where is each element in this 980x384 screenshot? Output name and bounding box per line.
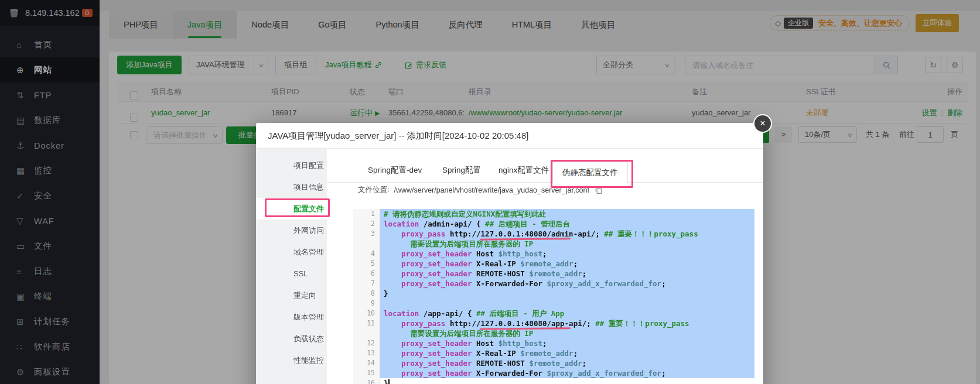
code-line-content: proxy_set_header X-Real-IP $remote_addr; bbox=[380, 348, 754, 358]
code-line: 6 proxy_set_header REMOTE-HOST $remote_a… bbox=[353, 269, 754, 279]
code-line: 9 bbox=[353, 299, 754, 308]
code-line-content bbox=[380, 299, 754, 308]
file-location-label: 文件位置: bbox=[358, 185, 389, 195]
modal-menu-project-info[interactable]: 项目信息 bbox=[256, 176, 327, 198]
line-number: 12 bbox=[353, 338, 380, 348]
file-location-path: /www/server/panel/vhost/rewrite/java_yud… bbox=[394, 186, 589, 194]
line-number: 3 bbox=[353, 229, 380, 239]
line-number: 16 bbox=[353, 378, 380, 384]
modal-tab-rewrite-conf[interactable]: 伪静态配置文件 bbox=[552, 162, 628, 183]
code-line: 16} bbox=[353, 378, 754, 384]
code-line-content: proxy_set_header REMOTE-HOST $remote_add… bbox=[380, 269, 754, 279]
modal-tab-spring-dev[interactable]: Spring配置-dev bbox=[368, 158, 422, 183]
code-line: 8} bbox=[353, 289, 754, 299]
line-number: 11 bbox=[353, 318, 380, 328]
line-number: 1 bbox=[353, 209, 380, 219]
line-number: 6 bbox=[353, 269, 380, 279]
modal-title: JAVA项目管理[yudao_server_jar] -- 添加时间[2024-… bbox=[256, 123, 763, 149]
file-location-row: 文件位置: /www/server/panel/vhost/rewrite/ja… bbox=[358, 185, 603, 195]
code-editor[interactable]: 1# 请将伪静态规则或自定义NGINX配置填写到此处2location /adm… bbox=[353, 209, 754, 384]
close-button[interactable]: × bbox=[753, 114, 772, 133]
line-number: 8 bbox=[353, 289, 380, 299]
close-icon: × bbox=[760, 118, 765, 128]
code-line-content: location /app-api/ { ## 后端项目 - 用户 App bbox=[380, 308, 754, 318]
line-number: 4 bbox=[353, 249, 380, 259]
code-line-content: proxy_set_header X-Forwarded-For $proxy_… bbox=[380, 368, 754, 378]
code-line-content: } bbox=[380, 289, 754, 299]
text-cursor bbox=[388, 379, 390, 384]
code-line: 14 proxy_set_header REMOTE-HOST $remote_… bbox=[353, 358, 754, 368]
code-line: 12 proxy_set_header Host $http_host; bbox=[353, 338, 754, 348]
code-line-content: 需要设置为后端项目所在服务器的 IP bbox=[380, 328, 754, 338]
code-line: 5 proxy_set_header X-Real-IP $remote_add… bbox=[353, 259, 754, 269]
code-line: 11 proxy_pass http://127.0.0.1:48080/app… bbox=[353, 318, 754, 328]
modal-menu-perf-monitor[interactable]: 性能监控 bbox=[256, 349, 327, 371]
line-number: 14 bbox=[353, 358, 380, 368]
code-line: 需要设置为后端项目所在服务器的 IP bbox=[353, 328, 754, 338]
line-number bbox=[353, 328, 380, 338]
line-number bbox=[353, 239, 380, 249]
code-line: 13 proxy_set_header X-Real-IP $remote_ad… bbox=[353, 348, 754, 358]
code-line: 4 proxy_set_header Host $http_host; bbox=[353, 249, 754, 259]
modal-menu: 项目配置项目信息配置文件外网访问域名管理SSL重定向版本管理负载状态性能监控 bbox=[256, 149, 327, 384]
code-line: 3 proxy_pass http://127.0.0.1:48080/admi… bbox=[353, 229, 754, 239]
code-line-content: proxy_pass http://127.0.0.1:48080/admin-… bbox=[380, 229, 754, 239]
code-line: 15 proxy_set_header X-Forwarded-For $pro… bbox=[353, 368, 754, 378]
code-line: 2location /admin-api/ { ## 后端项目 - 管理后台 bbox=[353, 219, 754, 229]
code-line-content: proxy_set_header REMOTE-HOST $remote_add… bbox=[380, 358, 754, 368]
code-line-content: } bbox=[380, 378, 754, 384]
code-line-content: location /admin-api/ { ## 后端项目 - 管理后台 bbox=[380, 219, 754, 229]
code-line-content: proxy_set_header Host $http_host; bbox=[380, 338, 754, 348]
code-line: 7 proxy_set_header X-Forwarded-For $prox… bbox=[353, 279, 754, 289]
modal-menu-redirect[interactable]: 重定向 bbox=[256, 284, 327, 306]
line-number: 13 bbox=[353, 348, 380, 358]
java-project-modal: × JAVA项目管理[yudao_server_jar] -- 添加时间[202… bbox=[256, 123, 763, 384]
line-number: 9 bbox=[353, 299, 380, 308]
modal-menu-project-config[interactable]: 项目配置 bbox=[256, 155, 327, 176]
modal-menu-version-manage[interactable]: 版本管理 bbox=[256, 306, 327, 328]
modal-tab-nginx-conf[interactable]: nginx配置文件 bbox=[498, 158, 549, 183]
line-number: 2 bbox=[353, 219, 380, 229]
code-line-content: # 请将伪静态规则或自定义NGINX配置填写到此处 bbox=[380, 209, 754, 219]
code-line-content: proxy_pass http://127.0.0.1:48080/app-ap… bbox=[380, 318, 754, 328]
code-line-content: 需要设置为后端项目所在服务器的 IP bbox=[380, 239, 754, 249]
modal-menu-domain-manage[interactable]: 域名管理 bbox=[256, 241, 327, 263]
modal-menu-config-file[interactable]: 配置文件 bbox=[256, 198, 327, 220]
line-number: 15 bbox=[353, 368, 380, 378]
code-line-content: proxy_set_header Host $http_host; bbox=[380, 249, 754, 259]
modal-menu-load-status[interactable]: 负载状态 bbox=[256, 328, 327, 349]
modal-menu-ssl[interactable]: SSL bbox=[256, 263, 327, 284]
line-number: 7 bbox=[353, 279, 380, 289]
code-line: 10location /app-api/ { ## 后端项目 - 用户 App bbox=[353, 308, 754, 318]
modal-menu-external-access[interactable]: 外网访问 bbox=[256, 220, 327, 241]
code-line-content: proxy_set_header X-Real-IP $remote_addr; bbox=[380, 259, 754, 269]
code-line: 1# 请将伪静态规则或自定义NGINX配置填写到此处 bbox=[353, 209, 754, 219]
line-number: 10 bbox=[353, 308, 380, 318]
code-line: 需要设置为后端项目所在服务器的 IP bbox=[353, 239, 754, 249]
code-line-content: proxy_set_header X-Forwarded-For $proxy_… bbox=[380, 279, 754, 289]
modal-tabs: Spring配置-devSpring配置nginx配置文件伪静态配置文件 bbox=[327, 158, 763, 183]
copy-icon[interactable] bbox=[594, 186, 603, 194]
line-number: 5 bbox=[353, 259, 380, 269]
modal-tab-spring[interactable]: Spring配置 bbox=[442, 158, 481, 183]
